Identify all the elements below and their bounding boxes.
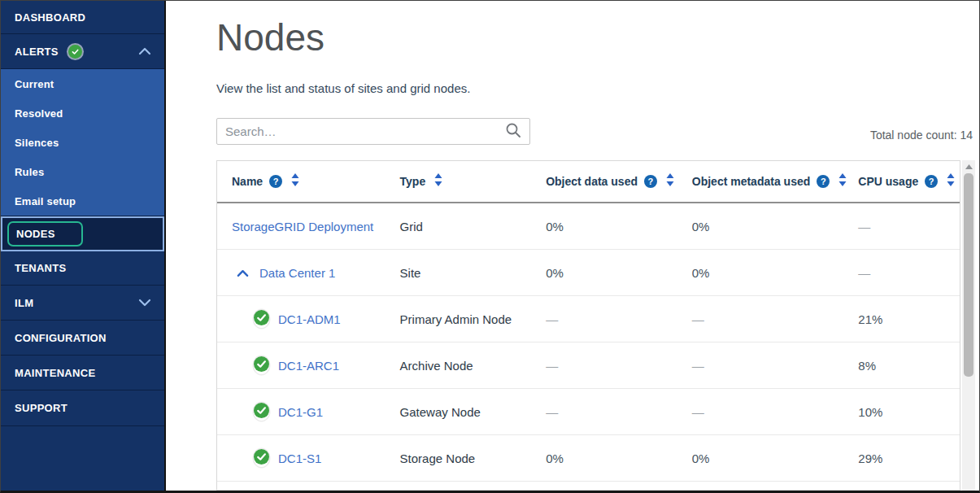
sidebar-filler <box>1 426 164 493</box>
sort-icon[interactable] <box>291 173 299 190</box>
node-type: Grid <box>392 220 538 233</box>
column-header-object-metadata-used: Object metadata used ? <box>684 173 851 190</box>
column-header-name: Name ? <box>217 173 392 190</box>
sidebar-item-rules[interactable]: Rules <box>1 157 164 186</box>
sort-icon[interactable] <box>434 173 442 190</box>
main-scrollbar <box>962 160 975 491</box>
node-ok-check-icon <box>254 403 269 421</box>
object-data-used-value: — <box>538 359 684 373</box>
search-input[interactable] <box>217 119 505 144</box>
sidebar-item-configuration[interactable]: CONFIGURATION <box>1 321 164 356</box>
object-metadata-used-value: — <box>684 359 851 373</box>
alerts-submenu: Current Resolved Silences Rules Email se… <box>1 69 164 216</box>
cpu-usage-value: 8% <box>850 359 960 373</box>
scrollbar-up-button[interactable] <box>962 160 975 173</box>
main-content: Nodes View the list and status of sites … <box>164 1 979 491</box>
object-metadata-used-value: — <box>684 405 851 419</box>
nodes-focus-ring: NODES <box>7 221 83 246</box>
storagegrid-app-window: DASHBOARD ALERTS Current Resolved Silenc… <box>0 0 980 493</box>
cpu-usage-value: 10% <box>850 405 960 419</box>
column-header-cpu-usage: CPU usage ? <box>850 173 960 190</box>
search-icon[interactable] <box>505 122 521 142</box>
alerts-ok-status-icon <box>68 45 82 59</box>
node-name-link[interactable]: DC1-ADM1 <box>278 312 341 326</box>
object-data-used-value: 0% <box>538 452 684 465</box>
page-subtitle: View the list and status of sites and gr… <box>216 81 470 95</box>
help-icon[interactable]: ? <box>925 175 938 188</box>
sidebar-item-label: CONFIGURATION <box>15 332 107 344</box>
node-name-link[interactable]: StorageGRID Deployment <box>232 220 373 233</box>
table-header-row: Name ? Type Object data used ? <box>217 161 960 203</box>
node-ok-check-icon <box>254 310 269 328</box>
object-metadata-used-value: 0% <box>684 266 851 280</box>
table-row: StorageGRID Deployment Grid 0% 0% — <box>217 203 960 250</box>
cpu-usage-value: 29% <box>850 452 960 465</box>
sidebar-item-label: MAINTENANCE <box>15 367 95 379</box>
sidebar-item-maintenance[interactable]: MAINTENANCE <box>1 356 164 390</box>
sidebar-item-label: ILM <box>15 297 33 309</box>
node-name-link[interactable]: Data Center 1 <box>259 266 335 280</box>
scrollbar-thumb[interactable] <box>964 173 973 377</box>
node-type: Storage Node <box>392 452 538 465</box>
help-icon[interactable]: ? <box>269 175 282 188</box>
chevron-down-icon <box>138 297 151 309</box>
collapse-chevron-up-icon[interactable] <box>237 266 249 280</box>
table-row: DC1-ADM1 Primary Admin Node — — 21% <box>217 296 960 342</box>
help-icon[interactable]: ? <box>644 175 657 188</box>
column-header-object-data-used: Object data used ? <box>538 173 684 190</box>
object-data-used-value: — <box>538 405 684 419</box>
sidebar-item-label: ALERTS <box>15 46 59 58</box>
sidebar-item-support[interactable]: SUPPORT <box>1 390 164 426</box>
column-header-type: Type <box>392 173 538 190</box>
nodes-table: Name ? Type Object data used ? <box>216 160 960 491</box>
sidebar-item-tenants[interactable]: TENANTS <box>1 251 164 286</box>
cpu-usage-value: — <box>850 266 960 280</box>
page-title: Nodes <box>216 15 324 59</box>
sidebar: DASHBOARD ALERTS Current Resolved Silenc… <box>1 1 164 491</box>
node-name-link[interactable]: DC1-S1 <box>278 452 321 465</box>
node-ok-check-icon <box>254 356 269 374</box>
table-row: DC1-S1 Storage Node 0% 0% 29% <box>217 435 960 482</box>
sidebar-item-current[interactable]: Current <box>1 69 164 98</box>
object-data-used-value: 0% <box>538 266 684 280</box>
sort-icon[interactable] <box>666 173 674 190</box>
node-name-link[interactable]: DC1-G1 <box>278 405 323 419</box>
object-data-used-value: — <box>538 312 684 326</box>
sidebar-item-label: SUPPORT <box>15 402 68 414</box>
object-data-used-value: 0% <box>538 220 684 233</box>
object-metadata-used-value: 0% <box>684 220 851 233</box>
sidebar-item-dashboard[interactable]: DASHBOARD <box>1 1 164 34</box>
node-type: Site <box>392 266 538 280</box>
sort-icon[interactable] <box>838 173 847 190</box>
chevron-up-icon <box>138 46 151 58</box>
node-ok-check-icon <box>254 449 269 467</box>
cpu-usage-value: — <box>850 220 960 233</box>
object-metadata-used-value: 0% <box>684 452 851 465</box>
cpu-usage-value: 21% <box>850 312 960 326</box>
table-row: DC1-G1 Gateway Node — — 10% <box>217 389 960 435</box>
node-type: Gateway Node <box>392 405 538 419</box>
sidebar-item-ilm[interactable]: ILM <box>1 286 164 321</box>
sidebar-item-resolved[interactable]: Resolved <box>1 98 164 128</box>
node-type: Archive Node <box>392 359 538 373</box>
object-metadata-used-value: — <box>684 312 851 326</box>
table-row: DC1-ARC1 Archive Node — — 8% <box>217 342 960 389</box>
node-name-link[interactable]: DC1-ARC1 <box>278 359 339 373</box>
total-node-count: Total node count: 14 <box>870 129 973 142</box>
sidebar-item-alerts[interactable]: ALERTS <box>1 34 164 69</box>
sidebar-item-silences[interactable]: Silences <box>1 128 164 157</box>
sort-icon[interactable] <box>947 173 955 190</box>
sidebar-item-label: TENANTS <box>15 262 67 274</box>
sidebar-item-label: NODES <box>16 228 55 240</box>
sidebar-item-nodes-selected[interactable]: NODES <box>1 216 164 251</box>
sidebar-item-label: DASHBOARD <box>15 11 85 24</box>
sidebar-item-email-setup[interactable]: Email setup <box>1 186 164 216</box>
search-box <box>216 118 530 145</box>
node-type: Primary Admin Node <box>392 312 538 326</box>
table-row: Data Center 1 Site 0% 0% — <box>217 250 960 296</box>
help-icon[interactable]: ? <box>817 175 830 188</box>
